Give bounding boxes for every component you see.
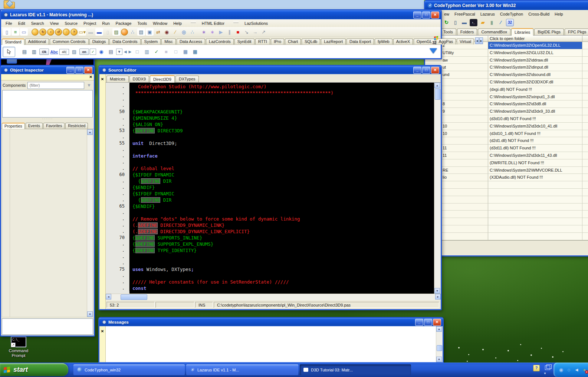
copy-icon[interactable]: ▯ <box>104 28 112 36</box>
library-row[interactable]: (dxgi.dll) NOT Found !!! <box>425 86 588 93</box>
tab-scroll-left-icon[interactable]: ◄ <box>475 37 479 44</box>
library-row[interactable]: ut C:\Windows\System32\dinput.dll <box>425 64 588 71</box>
code-line[interactable]: . (.$DEFINE DIRECT3D9_DYNAMIC_LINK} <box>106 222 434 228</box>
codetyphon-tab[interactable]: BigIDE Pkgs <box>534 29 564 35</box>
terminal-icon[interactable]: ›_ <box>470 19 477 26</box>
source-editor-title-bar[interactable]: Source Editor _ □ ✕ <box>99 66 441 74</box>
menu-item[interactable]: Run <box>99 20 112 26</box>
code-line[interactable]: 55 unit Direct3D9; <box>106 140 434 146</box>
abort-build-icon[interactable]: ▪ <box>47 29 54 36</box>
object-inspector-title-bar[interactable]: Object Inspector _ □ ✕ <box>1 66 94 74</box>
tcheckgroup-icon[interactable]: ✓ <box>152 48 161 56</box>
messages-title-bar[interactable]: Messages _ □ ✕ <box>99 318 443 326</box>
tframe-icon[interactable]: □ <box>171 48 180 56</box>
menu-item[interactable]: File <box>3 20 15 26</box>
library-row[interactable]: 11 C:\Windows\System32\d3dx11_43.dll <box>425 152 588 159</box>
tmemo-icon[interactable]: ▨ <box>70 48 79 56</box>
window-list-icon[interactable]: ▣ <box>146 28 154 36</box>
tbutton-icon[interactable]: Ok <box>39 49 49 55</box>
library-row[interactable]: (d3d10.dll) NOT Found !!! <box>425 115 588 123</box>
code-line[interactable]: 53 {$DEFINE DIRECT3D9 <box>106 128 434 134</box>
library-path-cell[interactable]: C:\Windows\System32\dsound.dll <box>488 71 582 79</box>
code-line[interactable]: . {$MINENUMSIZE 4} <box>106 115 434 121</box>
palette-tab[interactable]: Data Access <box>177 39 205 44</box>
library-path-cell[interactable]: (dxgi.dll) NOT Found !!! <box>488 86 582 93</box>
code-line[interactable]: . CodeTyphon Studio (http://www.pilotlog… <box>106 83 434 90</box>
folder-open-icon[interactable]: ▰ <box>479 19 486 26</box>
library-row[interactable]: C:\Windows\System32\xinput1_3.dll <box>425 93 588 101</box>
build-all-icon[interactable]: ↻ <box>39 29 46 36</box>
codetyphon-tab[interactable]: CommandBox <box>478 29 510 35</box>
menu-item[interactable]: CodeTyphon <box>497 11 526 17</box>
palette-tab[interactable]: Data Controls <box>109 39 140 44</box>
win32-ruler-icon[interactable]: 32 <box>506 19 514 26</box>
palette-tab[interactable]: Virtual <box>457 39 474 44</box>
properties-scrollbar[interactable]: ▲ ▼ <box>87 129 93 317</box>
volume-tray-icon[interactable]: ◄ <box>574 367 580 373</box>
tcombobox-icon[interactable]: ▼ <box>116 49 122 55</box>
palette-tab[interactable]: Standard <box>2 39 24 45</box>
close-button[interactable]: ✕ <box>84 67 92 74</box>
ide-options-icon[interactable]: ∗ <box>200 28 208 36</box>
scroll-left-icon[interactable]: ◄ <box>106 294 111 300</box>
minimize-button[interactable]: _ <box>413 11 421 19</box>
menu-item[interactable]: Help <box>170 20 185 26</box>
menu-item[interactable]: Lazarus <box>478 11 497 17</box>
components-list[interactable] <box>2 90 93 118</box>
palette-tab[interactable]: SQLdb <box>302 39 320 44</box>
close-button[interactable]: ✕ <box>431 11 439 19</box>
open-unit-icon[interactable]: ≡ <box>12 28 19 36</box>
scroll-down-icon[interactable]: ▼ <box>87 311 93 317</box>
scroll-down-icon[interactable]: ▼ <box>436 357 442 362</box>
code-line[interactable]: . <box>106 209 434 216</box>
library-path-cell[interactable]: C:\Windows\System32\d3dx9_33.dll <box>488 108 582 115</box>
clean-icon[interactable]: ∕ <box>497 19 504 26</box>
code-line[interactable]: . {$ENDIF} <box>106 184 434 191</box>
code-line[interactable]: . ///// Helper constants (for use in Set… <box>106 279 434 285</box>
library-path-cell[interactable]: C:\Windows\System32\d3d8.dll <box>488 100 582 108</box>
codetyphon-tab[interactable]: Folders <box>457 29 477 35</box>
tedit-icon[interactable]: ab| <box>59 49 69 55</box>
code-line[interactable]: . {$DEFINE TYPE_IDENTITY} <box>106 247 434 254</box>
codetyphon-tab[interactable]: Tools <box>440 29 456 35</box>
library-path-cell[interactable]: (X3DAudio.dll) NOT Found !!! <box>488 174 582 181</box>
code-line[interactable]: . // Global level <box>106 165 434 172</box>
close-button[interactable]: ✕ <box>431 67 439 74</box>
editor-tab[interactable]: Direct3D9 <box>150 75 175 83</box>
library-path-cell[interactable]: C:\Windows\System32\ddraw.dll <box>488 57 582 64</box>
toggle-form-unit-icon[interactable]: ▨ <box>112 28 120 36</box>
palette-tab[interactable]: SynEdit <box>234 39 254 44</box>
library-row[interactable]: C:\Windows\System32\D3DXOF.dll <box>425 79 588 86</box>
palette-tab[interactable]: IPro <box>271 39 284 44</box>
pause-icon[interactable]: ∥ <box>226 28 233 36</box>
library-path-cell[interactable]: (d2d1.dll) NOT Found !!! <box>488 137 582 145</box>
menu-item[interactable]: Package <box>113 20 135 26</box>
code-line[interactable]: . <box>106 134 434 140</box>
scroll-up-icon[interactable]: ▲ <box>87 129 93 135</box>
toolbar-gripper[interactable] <box>233 21 239 23</box>
save-all-icon[interactable]: ▬ <box>95 28 103 36</box>
dock-close-icon[interactable]: ✕ <box>101 77 104 81</box>
library-row[interactable]: (d2d1.dll) NOT Found !!! <box>425 137 588 145</box>
toolbar-separator[interactable] <box>28 28 31 36</box>
maximize-button[interactable]: □ <box>75 67 83 74</box>
menu-item[interactable]: Window <box>150 20 170 26</box>
palette-dropdown-icon[interactable] <box>430 48 437 53</box>
inspector-tab[interactable]: Properties <box>2 123 25 129</box>
run-icon[interactable]: ▶ <box>217 28 225 36</box>
step-into-icon[interactable]: ↘ <box>243 28 250 36</box>
maximize-button[interactable]: □ <box>424 319 432 326</box>
task-lazarus[interactable]: ✳ Lazarus IDE v1.1 - M... <box>186 364 298 375</box>
menu-item[interactable]: Cross-Build <box>526 11 552 17</box>
new-form-menu-icon[interactable]: ▭▾ <box>78 28 86 36</box>
package-tree-icon[interactable]: ∴ <box>188 28 196 36</box>
editor-tab[interactable]: D3DX9 <box>129 76 149 82</box>
library-path-cell[interactable]: (d3d11.dll) NOT Found !!! <box>488 145 582 152</box>
palette-tab[interactable]: Chart <box>285 39 301 44</box>
palette-tab[interactable]: Common Controls <box>50 39 89 44</box>
palette-tab[interactable]: LazReport <box>321 39 346 44</box>
task-codetyphon[interactable]: CodeTyphon_win32 <box>73 364 185 375</box>
edit-icon[interactable]: ∕ <box>171 28 179 36</box>
code-editor[interactable]: . CodeTyphon Studio (http://www.pilotlog… <box>106 83 434 294</box>
minimize-button[interactable]: _ <box>415 319 423 326</box>
